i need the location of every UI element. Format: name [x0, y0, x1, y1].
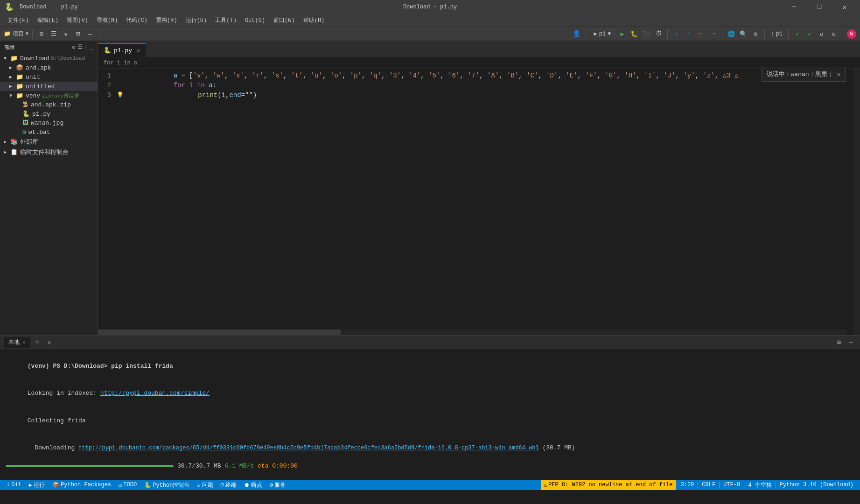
git-redo-icon[interactable]: ↻	[829, 29, 839, 39]
status-encoding[interactable]: UTF-8	[720, 480, 743, 490]
sidebar-item-venv[interactable]: ▼ 📁 venv library根目录	[0, 91, 98, 100]
debug-button[interactable]: 🐛	[629, 29, 639, 39]
menu-tools[interactable]: 工具(T)	[211, 14, 240, 26]
sidebar-sort-icon[interactable]: ↕	[84, 44, 88, 51]
sidebar-item-label: 临时文件和控制台	[20, 148, 69, 156]
tab-close-icon[interactable]: ✕	[137, 47, 140, 54]
vcs-update-icon[interactable]: ↓	[671, 29, 682, 39]
terminal-settings-icon[interactable]: ⚙	[834, 337, 844, 348]
status-services[interactable]: ⚙ 服务	[267, 480, 288, 490]
status-position[interactable]: 3:20	[678, 480, 697, 490]
git-pending-icon[interactable]: ✓	[804, 29, 815, 39]
terminal-arrow-button[interactable]: ∨	[44, 337, 55, 348]
sidebar-item-andapkzip[interactable]: ▶ 🗜 and.apk.zip	[0, 100, 98, 109]
status-breakpoints[interactable]: ⏺ 断点	[241, 480, 265, 490]
terminal-content[interactable]: (venv) PS D:\Download> pip install frida…	[0, 350, 860, 480]
right-scrollbar[interactable]	[853, 69, 860, 335]
status-run[interactable]: ▶ 运行	[26, 480, 48, 490]
sidebar-item-wtbat[interactable]: ▶ ⚙ wt.bat	[0, 127, 98, 137]
sidebar-item-wananjpg[interactable]: ▶ 🖼 wanan.jpg	[0, 119, 98, 127]
menu-edit[interactable]: 编辑(E)	[34, 14, 63, 26]
menu-code[interactable]: 代码(C)	[122, 14, 151, 26]
project-selector[interactable]: 📁 项目 ▼	[4, 30, 28, 38]
run-button[interactable]: ▶	[617, 29, 627, 39]
bulb-icon[interactable]: 💡	[117, 91, 124, 100]
run-config-chevron: ▼	[608, 31, 611, 37]
status-python-version[interactable]: Python 3.10 (Download)	[777, 480, 856, 490]
terminal-tab-local[interactable]: 本地 ✕	[4, 337, 30, 348]
status-python-console[interactable]: 🐍 Python控制台	[141, 480, 192, 490]
status-separator-5	[776, 482, 776, 488]
history-forward-icon[interactable]: →	[708, 29, 718, 39]
git-info[interactable]: ↕ p1	[769, 31, 784, 37]
tooltip-close-button[interactable]: ✕	[837, 70, 841, 78]
status-problems[interactable]: ⚠ 问题	[194, 480, 216, 490]
layout-icon[interactable]: ⊞	[73, 29, 83, 39]
pypi-link-1[interactable]: http://pypi.douban.com/simple/	[100, 390, 210, 397]
more-icon[interactable]: —	[85, 29, 95, 39]
line-content-3: print(i,end="")	[126, 81, 257, 110]
menu-help[interactable]: 帮助(H)	[300, 14, 329, 26]
profile-button[interactable]: ⏱	[653, 29, 664, 39]
term-text-4: Downloading	[28, 444, 78, 451]
structure-icon[interactable]: ☰	[49, 29, 59, 39]
translate-icon[interactable]: 🌐	[726, 29, 736, 39]
vcs-commit-icon[interactable]: ↑	[684, 29, 694, 39]
status-python-packages[interactable]: 📦 Python Packages	[49, 480, 114, 490]
code-editor[interactable]: 1 a = ['v', 'w', 'x', 'r', 's', 't', 'u'…	[98, 69, 853, 335]
run-status-icon: ▶	[29, 482, 32, 489]
menu-run[interactable]: 运行(U)	[182, 14, 211, 26]
run-config-selector[interactable]: ▶ p1 ▼	[590, 29, 615, 39]
terminal-tab-label: 本地	[8, 338, 20, 346]
sidebar-item-unit[interactable]: ▶ 📁 unit	[0, 72, 98, 82]
sidebar-item-p1py[interactable]: ▶ 🐍 p1.py	[0, 109, 98, 119]
sidebar-collapse-icon[interactable]: _	[90, 44, 93, 51]
settings-gear-icon[interactable]: ⚙	[750, 29, 761, 39]
menu-window[interactable]: 窗口(W)	[270, 14, 299, 26]
bat-file-icon: ⚙	[22, 128, 26, 136]
menu-navigate[interactable]: 导航(N)	[93, 14, 122, 26]
sidebar-item-download[interactable]: ▼ 📁 Download D:\Download	[0, 54, 98, 63]
sidebar-item-andapk[interactable]: ▶ 📦 and.apk	[0, 63, 98, 72]
sidebar-item-external-libs[interactable]: ▶ 📚 外部库	[0, 137, 98, 147]
menu-git[interactable]: Git(G)	[241, 15, 269, 26]
minimize-button[interactable]: ─	[783, 0, 805, 14]
progress-speed: 6.1 MB/s	[225, 462, 254, 469]
close-button[interactable]: ✕	[834, 0, 855, 14]
maximize-button[interactable]: □	[809, 0, 830, 14]
terminal-tab-close-icon[interactable]: ✕	[22, 339, 26, 345]
sidebar-layout-icon[interactable]: ☰	[77, 44, 83, 51]
menu-refactor[interactable]: 重构(R)	[152, 14, 181, 26]
user-icon[interactable]: 👤	[572, 29, 582, 39]
frida-download-link[interactable]: http://pypi.doubanio.com/packages/65/dd/…	[78, 445, 539, 451]
status-git-label: Git	[11, 482, 21, 488]
settings-icon[interactable]: ⚙	[36, 29, 47, 39]
status-line-ending[interactable]: CRLF	[699, 480, 718, 490]
tooltip-text: 说话中：wanan；黑墨；	[767, 70, 833, 78]
menu-file[interactable]: 文件(F)	[4, 14, 33, 26]
menu-view[interactable]: 视图(V)	[63, 14, 92, 26]
sidebar-item-untitled[interactable]: ▶ 📁 untitled	[0, 82, 98, 91]
editor-tab-p1py[interactable]: 🐍 p1.py ✕	[98, 43, 146, 57]
status-terminal[interactable]: ⊡ 终端	[218, 480, 239, 490]
status-todo[interactable]: ☑ TODO	[116, 480, 140, 490]
terminal-add-button[interactable]: +	[32, 337, 42, 348]
avatar-icon[interactable]: W	[847, 29, 856, 39]
history-back-icon[interactable]: ←	[696, 29, 706, 39]
library-icon: 📚	[10, 138, 18, 146]
horizontal-scrollbar[interactable]	[98, 329, 847, 335]
status-indent[interactable]: 4 个空格	[745, 480, 774, 490]
coverage-button[interactable]: ⬛	[641, 29, 651, 39]
status-git[interactable]: ↕ Git	[4, 480, 24, 490]
git-undo-icon[interactable]: ↺	[817, 29, 827, 39]
status-pep8-warning[interactable]: ⚠ PEP 8: W292 no newline at end of file	[541, 480, 676, 490]
sidebar-gear-icon[interactable]: ⚙	[72, 44, 75, 51]
temp-icon: 📋	[10, 148, 18, 156]
git-check-icon[interactable]: ✓	[792, 29, 803, 39]
status-separator-3	[719, 482, 720, 488]
sidebar-item-temp-files[interactable]: ▶ 📋 临时文件和控制台	[0, 147, 98, 157]
terminal-minimize-icon[interactable]: —	[846, 337, 856, 348]
bookmark-icon[interactable]: ★	[61, 29, 71, 39]
scrollbar-thumb[interactable]	[98, 329, 341, 335]
search-icon[interactable]: 🔍	[738, 29, 748, 39]
